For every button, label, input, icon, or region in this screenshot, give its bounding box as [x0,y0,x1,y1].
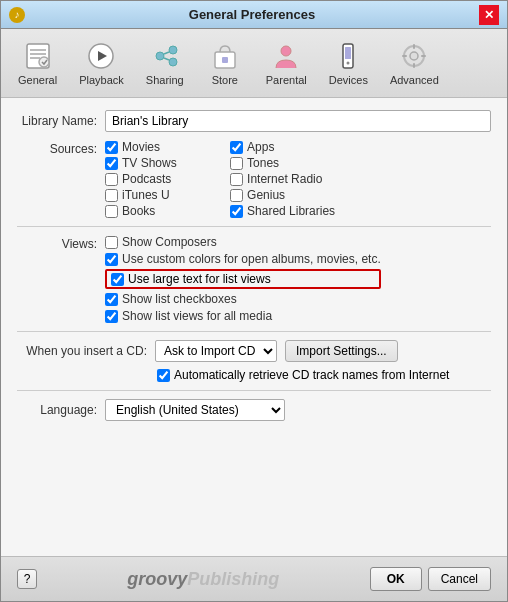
separator-3 [17,390,491,391]
library-name-label: Library Name: [17,114,97,128]
source-tones-label: Tones [247,156,279,170]
sources-label: Sources: [17,140,97,218]
view-list-checkboxes-label: Show list checkboxes [122,292,237,306]
toolbar-item-devices[interactable]: Devices [322,35,375,91]
parental-icon [270,40,302,72]
source-itunes-u-checkbox[interactable] [105,189,118,202]
separator-1 [17,226,491,227]
toolbar-item-sharing[interactable]: Sharing [139,35,191,91]
view-large-text-label: Use large text for list views [128,272,271,286]
source-shared-libraries: Shared Libraries [230,204,335,218]
views-label: Views: [17,235,97,323]
source-podcasts-checkbox[interactable] [105,173,118,186]
view-list-checkboxes-checkbox[interactable] [105,293,118,306]
view-show-composers-label: Show Composers [122,235,217,249]
general-label: General [18,74,57,86]
views-list: Show Composers Use custom colors for ope… [105,235,381,323]
view-list-views-all-checkbox[interactable] [105,310,118,323]
source-movies-checkbox[interactable] [105,141,118,154]
svg-point-7 [156,52,164,60]
source-podcasts: Podcasts [105,172,210,186]
cd-select[interactable]: Ask to Import CD Import CD Open iTunes [155,340,277,362]
source-books: Books [105,204,210,218]
source-books-checkbox[interactable] [105,205,118,218]
source-shared-libraries-label: Shared Libraries [247,204,335,218]
library-name-input[interactable] [105,110,491,132]
toolbar: General Playback Sharing [1,29,507,98]
toolbar-item-store[interactable]: Store [199,35,251,91]
source-podcasts-label: Podcasts [122,172,171,186]
library-name-row: Library Name: [17,110,491,132]
view-custom-colors-checkbox[interactable] [105,253,118,266]
source-apps-checkbox[interactable] [230,141,243,154]
view-list-views-all: Show list views for all media [105,309,381,323]
cancel-button[interactable]: Cancel [428,567,491,591]
view-custom-colors: Use custom colors for open albums, movie… [105,252,381,266]
footer: ? groovyPublishing OK Cancel [1,556,507,601]
view-list-views-all-label: Show list views for all media [122,309,272,323]
content-area: Library Name: Sources: Movies Apps TV Sh… [1,98,507,556]
source-itunes-u: iTunes U [105,188,210,202]
separator-2 [17,331,491,332]
toolbar-item-general[interactable]: General [11,35,64,91]
view-show-composers: Show Composers [105,235,381,249]
svg-rect-1 [30,49,46,51]
view-show-composers-checkbox[interactable] [105,236,118,249]
language-select[interactable]: English (United States) [105,399,285,421]
source-shared-libraries-checkbox[interactable] [230,205,243,218]
close-button[interactable]: ✕ [479,5,499,25]
source-internet-radio-label: Internet Radio [247,172,322,186]
ok-button[interactable]: OK [370,567,422,591]
devices-icon [332,40,364,72]
source-apps-label: Apps [247,140,274,154]
svg-line-11 [164,58,169,60]
svg-point-9 [169,58,177,66]
source-internet-radio-checkbox[interactable] [230,173,243,186]
source-tvshows: TV Shows [105,156,210,170]
playback-label: Playback [79,74,124,86]
toolbar-item-playback[interactable]: Playback [72,35,131,91]
svg-rect-23 [421,55,426,57]
help-button[interactable]: ? [17,569,37,589]
source-genius-checkbox[interactable] [230,189,243,202]
source-books-label: Books [122,204,155,218]
cd-section: When you insert a CD: Ask to Import CD I… [17,340,491,382]
svg-point-14 [281,46,291,56]
svg-rect-2 [30,53,46,55]
language-label: Language: [17,403,97,417]
main-window: ♪ General Preferences ✕ General [0,0,508,602]
source-movies-label: Movies [122,140,160,154]
import-settings-button[interactable]: Import Settings... [285,340,398,362]
brand-groovy: groovy [127,569,187,589]
toolbar-item-advanced[interactable]: Advanced [383,35,446,91]
source-genius-label: Genius [247,188,285,202]
devices-label: Devices [329,74,368,86]
brand-text: groovyPublishing [127,569,279,590]
view-custom-colors-label: Use custom colors for open albums, movie… [122,252,381,266]
source-tones-checkbox[interactable] [230,157,243,170]
advanced-label: Advanced [390,74,439,86]
svg-rect-21 [413,63,415,68]
cd-row: When you insert a CD: Ask to Import CD I… [17,340,491,362]
cd-auto-row: Automatically retrieve CD track names fr… [17,368,491,382]
source-movies: Movies [105,140,210,154]
view-large-text-checkbox[interactable] [111,273,124,286]
advanced-icon [398,40,430,72]
sharing-icon [149,40,181,72]
store-label: Store [212,74,238,86]
svg-rect-13 [222,57,228,63]
brand-publishing: Publishing [187,569,279,589]
svg-point-19 [410,52,418,60]
cd-auto-retrieve-checkbox[interactable] [157,369,170,382]
itunes-icon: ♪ [9,7,25,23]
cd-label: When you insert a CD: [17,344,147,358]
source-tvshows-label: TV Shows [122,156,177,170]
source-itunes-u-label: iTunes U [122,188,170,202]
title-bar: ♪ General Preferences ✕ [1,1,507,29]
toolbar-item-parental[interactable]: Parental [259,35,314,91]
sources-grid: Movies Apps TV Shows Tones Podcasts [105,140,335,218]
source-tvshows-checkbox[interactable] [105,157,118,170]
source-genius: Genius [230,188,335,202]
view-large-text-row: Use large text for list views [105,269,381,289]
svg-point-17 [347,62,350,65]
